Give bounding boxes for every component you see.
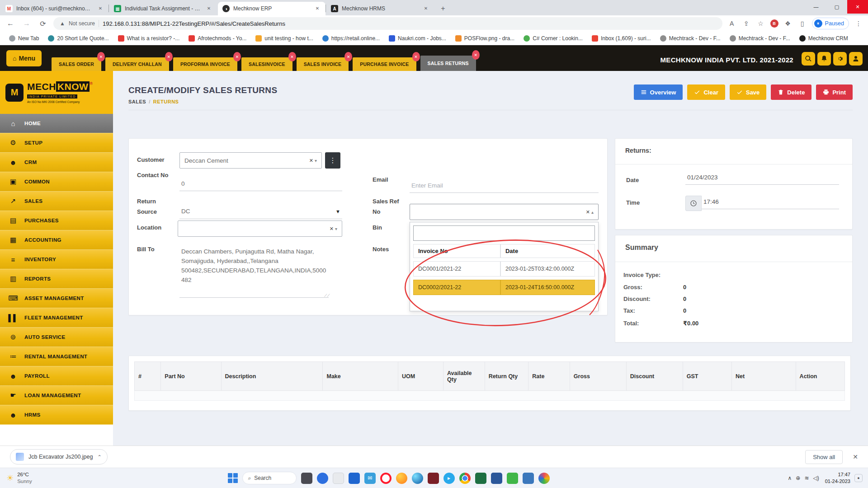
browser-tab-active[interactable]: ◑ Mechknow ERP ✕ xyxy=(218,2,326,15)
sidebar-item-accounting[interactable]: ▦ACCOUNTING xyxy=(0,230,113,250)
adblock-extension-icon[interactable]: B xyxy=(770,19,778,28)
side-panel-icon[interactable]: ▯ xyxy=(797,20,807,27)
tab-close-icon[interactable]: ✕ xyxy=(412,52,420,61)
translate-icon[interactable]: A xyxy=(727,20,737,27)
tab-close-icon[interactable]: ✕ xyxy=(233,52,241,61)
tab-close-icon[interactable]: ✕ xyxy=(314,5,321,12)
bookmark-item[interactable]: New Tab xyxy=(5,34,42,43)
erp-tab-sales-order[interactable]: SALES ORDER✕ xyxy=(52,57,101,71)
taskbar-app-icon[interactable] xyxy=(428,473,439,484)
window-minimize-button[interactable]: — xyxy=(806,0,826,14)
invoice-option-row-highlighted[interactable]: DC0002/2021-22 2023-01-24T16:50:00.000Z xyxy=(413,280,595,295)
window-close-button[interactable]: ✕ xyxy=(847,0,868,14)
taskbar-mail-icon[interactable]: ✉ xyxy=(364,473,376,484)
return-source-select[interactable]: DC▼ xyxy=(179,204,342,219)
clear-selection-icon[interactable]: ✕ xyxy=(309,158,313,164)
sidebar-item-home[interactable]: ⌂HOME xyxy=(0,114,113,133)
extensions-puzzle-icon[interactable]: ❖ xyxy=(783,20,793,27)
taskbar-opera-icon[interactable] xyxy=(380,473,392,484)
print-button[interactable]: Print xyxy=(816,84,853,100)
bookmark-item[interactable]: 20 Short Life Quote... xyxy=(44,34,112,43)
browser-tab[interactable]: M Inbox (604) - suri@mechknowsof ✕ xyxy=(1,2,108,15)
taskbar-weather-widget[interactable]: ☀ 26°CSunny xyxy=(0,471,108,485)
network-icon[interactable]: ⊕ xyxy=(796,475,800,481)
bookmark-item[interactable]: Naukri.com - Jobs... xyxy=(385,34,450,43)
sidebar-item-rental-management[interactable]: ≔RENTAL MANAGEMENT xyxy=(0,347,113,366)
sidebar-item-hrms[interactable]: ☻HRMS xyxy=(0,405,113,425)
sync-paused-button[interactable]: ⏸ Paused xyxy=(812,18,849,29)
delete-button[interactable]: Delete xyxy=(771,84,811,100)
customer-more-button[interactable]: ⋮ xyxy=(325,152,340,169)
breadcrumb-parent[interactable]: SALES xyxy=(128,99,146,104)
email-input[interactable] xyxy=(410,182,599,193)
url-omnibox[interactable]: ▲ Not secure 192.168.0.131:88/MIPL21-22T… xyxy=(53,17,722,30)
erp-tab-delivery-challan[interactable]: DELIVERY CHALLAN✕ xyxy=(105,57,169,71)
volume-icon[interactable]: ◁) xyxy=(813,475,819,481)
sidebar-item-payroll[interactable]: ☻PAYROLL xyxy=(0,366,113,386)
tab-close-icon[interactable]: ✕ xyxy=(288,52,296,61)
clear-selection-icon[interactable]: ✕ xyxy=(330,226,334,232)
sidebar-item-crm[interactable]: ☻CRM xyxy=(0,153,113,172)
erp-tab-purchase-invoice[interactable]: PURCHASE INVOICE✕ xyxy=(353,57,416,71)
resize-handle-icon[interactable]: ⟋⟋ xyxy=(324,293,330,298)
forward-icon[interactable]: → xyxy=(21,19,33,28)
tab-close-icon[interactable]: ✕ xyxy=(344,52,352,61)
sales-ref-no-select-open[interactable]: ✕▴ xyxy=(410,204,599,220)
taskbar-app-icon[interactable] xyxy=(507,473,518,484)
bookmark-item[interactable]: C# Corner : Lookin... xyxy=(520,34,586,43)
erp-tab-salesinvoice[interactable]: SALESINVOICE✕ xyxy=(241,57,292,71)
start-button[interactable] xyxy=(228,473,238,483)
erp-tab-sales-returns-active[interactable]: SALES RETURNS✕ xyxy=(420,56,476,71)
taskbar-chrome-icon[interactable] xyxy=(459,473,471,484)
contact-no-input[interactable] xyxy=(179,180,342,191)
window-maximize-button[interactable]: ▢ xyxy=(826,0,847,14)
header-notifications-button[interactable] xyxy=(817,52,831,66)
customer-select[interactable]: Deccan Cement✕▾ xyxy=(179,152,322,169)
taskbar-app-icon[interactable] xyxy=(491,473,502,484)
new-tab-button[interactable]: + xyxy=(437,2,449,15)
sidebar-item-setup[interactable]: ⚙SETUP xyxy=(0,133,113,153)
return-time-input[interactable] xyxy=(702,198,839,209)
bill-to-textarea[interactable]: Deccan Chambers, Punjagutta Rd, Matha Na… xyxy=(179,247,329,298)
menu-button[interactable]: ⌂ Menu xyxy=(6,50,42,66)
sidebar-item-purchases[interactable]: ▤PURCHASES xyxy=(0,211,113,230)
back-icon[interactable]: ← xyxy=(5,19,16,28)
header-settings-button[interactable] xyxy=(833,52,847,66)
overview-button[interactable]: Overview xyxy=(634,84,683,100)
browser-menu-icon[interactable]: ⋮ xyxy=(854,20,863,27)
taskbar-app-icon[interactable] xyxy=(317,473,328,484)
bookmark-item[interactable]: Mechknow CRM xyxy=(796,34,852,43)
tray-chevron-up-icon[interactable]: ∧ xyxy=(788,475,792,481)
download-item[interactable]: Jcb Excavator Js200.jpeg ⌃ xyxy=(10,449,108,465)
header-profile-button[interactable] xyxy=(849,52,863,66)
taskbar-app-icon[interactable] xyxy=(349,473,360,484)
header-search-button[interactable] xyxy=(802,52,815,66)
dropdown-search-input[interactable] xyxy=(413,225,595,241)
wifi-icon[interactable]: ≋ xyxy=(804,475,809,481)
invoice-option-row[interactable]: DC0001/2021-22 2023-01-25T03:42:00.000Z xyxy=(413,261,595,277)
taskbar-excel-icon[interactable] xyxy=(475,473,486,484)
sidebar-item-sales[interactable]: ↗SALES xyxy=(0,192,113,211)
bookmark-item[interactable]: Mechtrack - Dev - F... xyxy=(656,34,724,43)
reload-icon[interactable]: ⟳ xyxy=(37,19,49,28)
bookmark-item[interactable]: Mechtrack - Dev - F... xyxy=(726,34,794,43)
browser-tab[interactable]: A Mechknow HRMS ✕ xyxy=(326,2,434,15)
tab-close-icon[interactable]: ✕ xyxy=(165,52,173,61)
taskbar-clock[interactable]: 17:47 01-24-2023 xyxy=(825,471,850,485)
browser-tab[interactable]: ▦ Individual Task Assignment - Goo ✕ xyxy=(109,2,217,15)
sidebar-item-loan-management[interactable]: ☛LOAN MANAGEMENT xyxy=(0,386,113,405)
taskbar-app-icon[interactable] xyxy=(538,473,550,484)
notification-bell-icon[interactable]: ● xyxy=(854,474,863,482)
erp-tab-sales-invoice[interactable]: SALES INVOICE✕ xyxy=(297,57,349,71)
sidebar-item-auto-service[interactable]: ⊚AUTO SERVICE xyxy=(0,328,113,347)
bookmark-item[interactable]: Afrotechmods - Yo... xyxy=(185,34,250,43)
clear-selection-icon[interactable]: ✕ xyxy=(586,209,590,215)
tab-close-icon[interactable]: ✕ xyxy=(422,5,429,12)
close-downloads-bar-icon[interactable]: ✕ xyxy=(853,453,858,460)
taskbar-app-icon[interactable] xyxy=(333,473,344,484)
taskbar-search-box[interactable]: ⌕ Search xyxy=(242,472,297,484)
erp-tab-proforma-invoice[interactable]: PROFORMA INVOICE✕ xyxy=(173,57,237,71)
return-date-input[interactable] xyxy=(685,174,839,185)
tab-close-icon[interactable]: ✕ xyxy=(97,5,104,12)
tab-close-icon[interactable]: ✕ xyxy=(472,50,480,60)
